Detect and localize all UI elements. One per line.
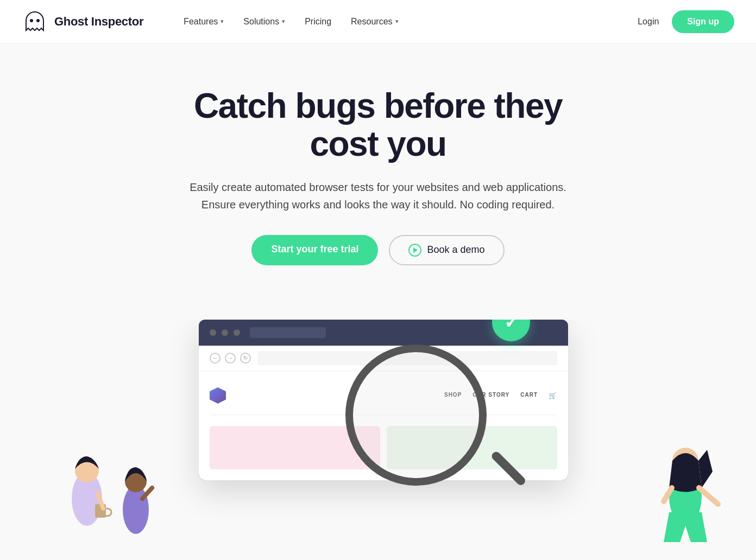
hero-title: Catch bugs before they cost you [155, 87, 601, 163]
browser-mockup: ✓ ← → ↻ [199, 320, 557, 480]
signup-button[interactable]: Sign up [672, 10, 734, 33]
magnifier-overlay [345, 334, 508, 497]
logo-link[interactable]: Ghost Inspector [22, 9, 143, 35]
cart-icon: 🛒 [549, 392, 557, 399]
window-dot-1 [210, 329, 216, 336]
nav-right: Login Sign up [638, 10, 734, 33]
back-button: ← [210, 353, 220, 364]
checkmark-icon: ✓ [504, 320, 519, 333]
person-right [631, 417, 740, 548]
svg-point-5 [123, 485, 149, 534]
book-demo-button[interactable]: Book a demo [389, 235, 504, 265]
hero-illustration: ✓ ← → ↻ [0, 320, 756, 548]
nav-cart: CART [520, 392, 538, 399]
chevron-down-icon: ▾ [282, 18, 285, 25]
nav-features[interactable]: Features ▾ [176, 12, 231, 31]
hero-section: Catch bugs before they cost you Easily c… [0, 43, 756, 548]
nav-resources[interactable]: Resources ▾ [343, 12, 406, 31]
forward-button: → [225, 353, 236, 364]
person-middle-left [98, 439, 174, 548]
browser-url-bar [250, 327, 326, 338]
free-trial-button[interactable]: Start your free trial [251, 235, 378, 265]
play-icon [408, 244, 421, 257]
svg-point-0 [30, 19, 33, 22]
site-logo-mock [210, 387, 226, 404]
svg-point-1 [36, 19, 40, 22]
browser-nav-buttons: ← → ↻ [210, 353, 251, 364]
chevron-down-icon: ▾ [220, 18, 224, 25]
chevron-down-icon: ▾ [395, 18, 399, 25]
navbar: Ghost Inspector Features ▾ Solutions ▾ P… [0, 0, 756, 43]
login-link[interactable]: Login [638, 17, 659, 27]
nav-pricing[interactable]: Pricing [297, 12, 339, 31]
magnifier-circle [345, 345, 487, 486]
window-dot-3 [234, 329, 240, 336]
window-dot-2 [222, 329, 228, 336]
play-triangle-icon [413, 247, 418, 253]
refresh-button: ↻ [240, 353, 251, 364]
hero-subtitle: Easily create automated browser tests fo… [188, 179, 568, 213]
ghost-logo-icon [22, 9, 48, 35]
nav-links: Features ▾ Solutions ▾ Pricing Resources… [176, 12, 406, 31]
hero-buttons: Start your free trial Book a demo [155, 235, 601, 265]
logo-text: Ghost Inspector [54, 15, 143, 29]
nav-solutions[interactable]: Solutions ▾ [236, 12, 293, 31]
hero-content: Catch bugs before they cost you Easily c… [134, 43, 622, 320]
